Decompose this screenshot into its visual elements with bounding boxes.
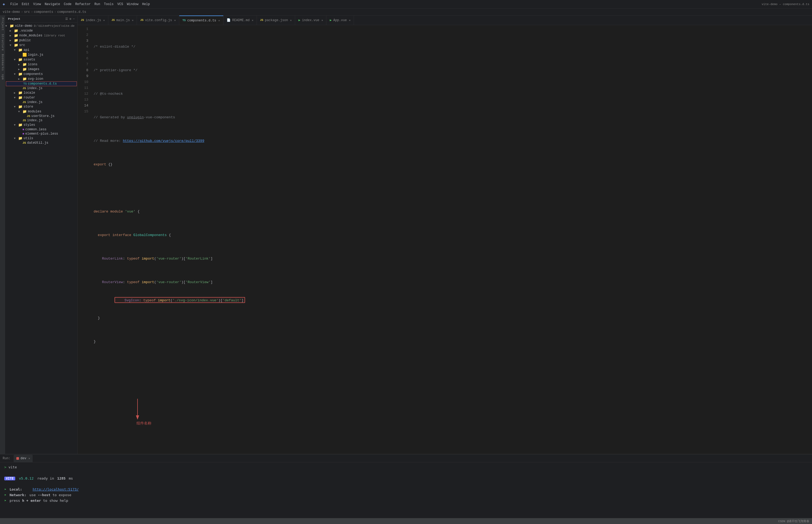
folder-icon-public: 📁 <box>14 38 18 43</box>
tree-item-index_js_comp[interactable]: ▶ JS index.js <box>5 86 77 91</box>
menu-vcs[interactable]: VCS <box>117 2 123 6</box>
terminal-arrow-help: ➤ <box>4 498 6 503</box>
terminal-local-url[interactable]: http://localhost:5173/ <box>33 487 79 491</box>
tree-item-images[interactable]: ▶ 📁 images <box>5 67 77 72</box>
tab-vite_config_js[interactable]: JS vite.config.js ✕ <box>137 16 179 25</box>
tab-bar[interactable]: JS index.js ✕ JS main.js ✕ JS vite.confi… <box>78 16 812 25</box>
tree-item-styles[interactable]: ▼ 📁 styles <box>5 122 77 127</box>
menu-code[interactable]: Code <box>64 2 71 6</box>
tree-item-utils[interactable]: ▼ 📁 utils <box>5 136 77 141</box>
file-tree[interactable]: ▼ 📁 vite-demo D:\GiteeProject\vite-de ▶ … <box>5 22 77 454</box>
panel-icon-2[interactable]: ⚙ <box>69 17 71 21</box>
tree-item-locale[interactable]: ▶ 📁 locale <box>5 91 77 95</box>
tab-index_vue[interactable]: ▶ index.vue ✕ <box>295 16 327 25</box>
status-bar: CSDN @请不怕飞翔青春 <box>0 518 812 524</box>
structure-icon[interactable]: Structure <box>1 34 4 51</box>
panel-icons[interactable]: ☰ ⚙ — <box>65 17 74 21</box>
tree-item-svg-icon[interactable]: ▶ 📁 svg-icon <box>5 77 77 81</box>
tab-close-vite_config_js[interactable]: ✕ <box>174 19 176 22</box>
tree-label-public: public <box>19 38 31 42</box>
ln-15: 15 <box>78 109 88 115</box>
tree-item-element_plus_less[interactable]: ▶ ■ element-plus.less <box>5 132 77 136</box>
file-icon-element_plus_less: ■ <box>22 132 24 135</box>
terminal-tab[interactable]: dev ✕ <box>14 455 33 462</box>
tab-close-readme_md[interactable]: ✕ <box>252 19 253 22</box>
tree-item-vscode[interactable]: ▶ 📁 .vscode <box>5 28 77 33</box>
tree-label-index_js_store: index.js <box>27 118 43 122</box>
bookmarks-icon[interactable]: Bookmarks <box>1 54 4 71</box>
tab-close-main_js[interactable]: ✕ <box>132 19 133 22</box>
code-content[interactable]: /* eslint-disable */ /* prettier-ignore … <box>91 25 812 454</box>
project-icon[interactable]: Project <box>1 18 4 31</box>
menu-window[interactable]: Window <box>127 2 138 6</box>
tab-components_d_ts[interactable]: TS components.d.ts ✕ <box>179 16 223 25</box>
tree-label-userStore_js: userStore.js <box>31 114 54 118</box>
menu-view[interactable]: View <box>33 2 41 6</box>
tree-label-api: api <box>23 48 30 52</box>
tree-item-public[interactable]: ▶ 📁 public <box>5 38 77 43</box>
tree-arrow-modules: ▼ <box>18 110 22 113</box>
menu-navigate[interactable]: Navigate <box>45 2 60 6</box>
ln-12: 12 <box>78 91 88 97</box>
breadcrumb-part-0[interactable]: vite-demo <box>3 10 20 14</box>
menu-edit[interactable]: Edit <box>22 2 30 6</box>
tree-item-router[interactable]: ▼ 📁 router <box>5 95 77 100</box>
terminal-content[interactable]: > vite VITE v5.0.12 ready in 1285 ms ➤ L… <box>0 462 812 518</box>
menu-file[interactable]: File <box>10 2 18 6</box>
menu-help[interactable]: Help <box>142 2 150 6</box>
terminal-ready-ms: 1285 <box>57 476 66 480</box>
terminal-help-text: press h + enter to show help <box>10 498 68 503</box>
tree-item-src[interactable]: ▼ 📁 src <box>5 43 77 48</box>
tab-index_js[interactable]: JS index.js ✕ <box>78 16 109 25</box>
tree-item-common_less[interactable]: ▶ ■ common.less <box>5 127 77 132</box>
tree-item-components[interactable]: ▼ 📁 components <box>5 72 77 77</box>
tree-item-login_js[interactable]: ▶ 🟨 login.js <box>5 52 77 57</box>
tab-close-app_vue[interactable]: ✕ <box>349 19 350 22</box>
code-editor[interactable]: 1 2 3 4 5 6 7 8 9 10 11 12 13 14 15 <box>78 25 812 454</box>
menu-bar[interactable]: File Edit View Navigate Code Refactor Ru… <box>10 2 150 6</box>
tree-item-index_js_router[interactable]: ▶ JS index.js <box>5 100 77 104</box>
terminal-tab-close[interactable]: ✕ <box>28 457 30 460</box>
tree-item-icons[interactable]: ▶ 📁 icons <box>5 62 77 67</box>
tab-close-index_js[interactable]: ✕ <box>103 19 105 22</box>
link-vuejs-core[interactable]: https://github.com/vuejs/core/pull/3399 <box>123 139 204 143</box>
menu-refactor[interactable]: Refactor <box>75 2 91 6</box>
breadcrumb-part-2[interactable]: components <box>34 10 53 14</box>
breadcrumb-part-3[interactable]: components.d.ts <box>57 10 86 14</box>
tab-close-package_json[interactable]: ✕ <box>290 19 292 22</box>
bottom-tab-bar[interactable]: Run: dev ✕ <box>0 455 812 462</box>
tree-item-components-d-ts[interactable]: ▶ TS components.d.ts <box>6 81 77 86</box>
tab-readme_md[interactable]: 📄 README.md ✕ <box>223 16 257 25</box>
tab-main_js[interactable]: JS main.js ✕ <box>109 16 137 25</box>
tree-item-dateUtil_js[interactable]: ▶ JS dateUtil.js <box>5 141 77 145</box>
tree-root[interactable]: ▼ 📁 vite-demo D:\GiteeProject\vite-de <box>5 23 77 28</box>
tab-close-index_vue[interactable]: ✕ <box>321 19 323 22</box>
panel-icon-1[interactable]: ☰ <box>65 17 68 21</box>
tab-close-components_d_ts[interactable]: ✕ <box>218 19 220 22</box>
tree-item-userStore_js[interactable]: ▶ JS userStore.js <box>5 114 77 118</box>
tree-item-node_modules[interactable]: ▶ 📁 node_modules library root <box>5 33 77 38</box>
npm-icon[interactable]: npm <box>1 74 4 80</box>
tree-item-modules[interactable]: ▼ 📁 modules <box>5 109 77 114</box>
ln-1: 1 <box>78 26 88 32</box>
code-line-10: RouterLink: typeof import('vue-router')[… <box>94 256 812 262</box>
annotation-text: 组件名称 <box>136 421 151 425</box>
menu-tools[interactable]: Tools <box>104 2 114 6</box>
tab-icon-vite_config_js: JS <box>140 19 144 22</box>
tree-item-api[interactable]: ▼ 📁 api <box>5 48 77 52</box>
menu-run[interactable]: Run <box>95 2 100 6</box>
terminal-ms-unit: ms <box>69 476 73 480</box>
panel-icon-3[interactable]: — <box>73 17 74 21</box>
tree-item-assets[interactable]: ▼ 📁 assets <box>5 57 77 62</box>
tree-arrow-vscode: ▶ <box>10 29 14 32</box>
folder-icon-router: 📁 <box>18 96 22 100</box>
window-title: vite-demo – components.d.ts <box>762 3 809 6</box>
tree-label-store: store <box>23 105 33 109</box>
tree-item-index_js_store[interactable]: ▶ JS index.js <box>5 118 77 122</box>
tree-item-store[interactable]: ▼ 📁 store <box>5 104 77 109</box>
breadcrumb-part-1[interactable]: src <box>24 10 30 14</box>
folder-icon-images: 📁 <box>22 67 27 71</box>
tree-label-common_less: common.less <box>26 128 47 131</box>
tab-app_vue[interactable]: ▶ App.vue ✕ <box>327 16 354 25</box>
tab-package_json[interactable]: JS package.json ✕ <box>257 16 295 25</box>
